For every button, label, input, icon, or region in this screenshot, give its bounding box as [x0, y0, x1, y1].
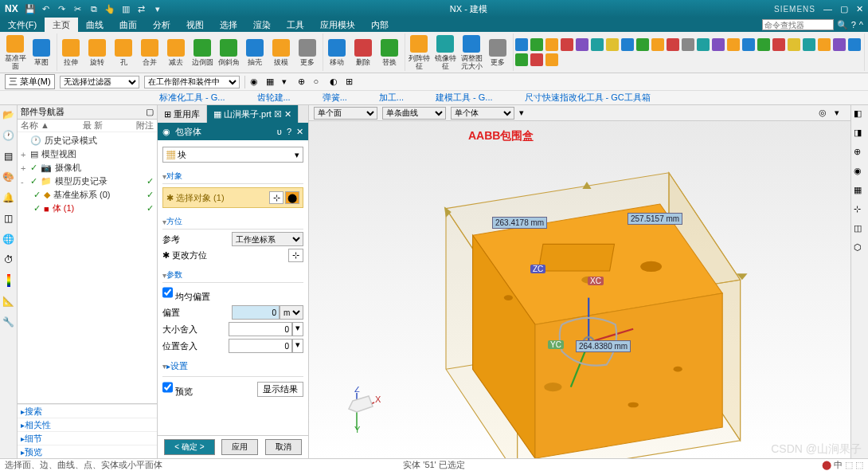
apply-button[interactable]: 应用 [221, 439, 258, 455]
tab-app[interactable]: 应用模块 [312, 18, 363, 32]
close-button[interactable]: ✕ [856, 4, 863, 14]
feat1-icon[interactable] [530, 38, 543, 51]
feat18-icon[interactable] [788, 38, 800, 51]
feat11-icon[interactable] [682, 38, 694, 51]
filter1-select[interactable]: 无选择过滤器 [60, 76, 139, 88]
window-icon[interactable]: ▥ [120, 3, 131, 14]
datum-plane-button[interactable]: 基准平面 [3, 35, 27, 70]
uniform-checkbox[interactable]: 均匀偏置 [162, 285, 210, 303]
tb-ico4[interactable]: ⊕ [298, 77, 309, 88]
feat5-icon[interactable] [591, 38, 604, 51]
vp-sel2[interactable]: 单条曲线 [382, 107, 446, 120]
feat2-icon[interactable] [545, 38, 558, 51]
maximize-button[interactable]: ▢ [840, 4, 848, 14]
offset-unit[interactable]: mm [280, 305, 303, 320]
draft-button[interactable]: 拔模 [269, 39, 293, 66]
section-object[interactable]: 对象 [162, 166, 303, 184]
feat24-icon[interactable] [530, 53, 543, 66]
r-ico5[interactable]: ▦ [854, 185, 866, 198]
sizeround-input[interactable] [229, 322, 292, 336]
measure-icon[interactable]: 📐 [2, 295, 15, 308]
touch-icon[interactable]: 👆 [104, 3, 115, 14]
tree-cameras[interactable]: 摄像机 [55, 162, 81, 174]
tab-home[interactable]: 主页 [45, 18, 78, 32]
ref-select[interactable]: 工作坐标系 [232, 232, 303, 246]
dialog-help-icon[interactable]: υ [277, 127, 282, 137]
r-ico7[interactable]: ◫ [854, 223, 866, 236]
section-settings[interactable]: ▸ 设置 [162, 355, 303, 374]
col-new[interactable]: 最 新 [83, 120, 103, 131]
select-highlight-icon[interactable]: ⬤ [285, 191, 299, 204]
feat8-icon[interactable] [636, 38, 649, 51]
delete-button[interactable]: 删除 [351, 39, 375, 66]
extrude-button[interactable]: 拉伸 [59, 39, 83, 66]
tb-ico1[interactable]: ◉ [250, 77, 261, 88]
feat7-icon[interactable] [621, 38, 634, 51]
select-object-row[interactable]: ✱ 选择对象 (1) ⊹⬤ [162, 187, 303, 208]
feat17-icon[interactable] [772, 38, 785, 51]
help-icon[interactable]: ? [851, 20, 856, 29]
feat12-icon[interactable] [697, 38, 710, 51]
redo-icon[interactable]: ↷ [57, 3, 68, 14]
mirror-button[interactable]: 镜像特征 [433, 35, 457, 70]
tree-model-views[interactable]: 模型视图 [41, 148, 76, 160]
r-ico6[interactable]: ⊹ [854, 204, 866, 217]
vp-more-icon[interactable]: ▾ [835, 108, 846, 119]
vp-dropdown-icon[interactable]: ▾ [519, 108, 524, 118]
replace-button[interactable]: 替换 [377, 39, 401, 66]
dim-2[interactable]: 257.5157 mm [628, 213, 682, 225]
chamfer-button[interactable]: 倒斜角 [217, 39, 240, 66]
showresult-button[interactable]: 显示结果 [257, 382, 303, 397]
history-icon[interactable]: 🕐 [2, 129, 15, 142]
tab-analyze[interactable]: 分析 [145, 18, 178, 32]
subtract-button[interactable]: 减去 [164, 39, 188, 66]
tb-ico5[interactable]: ○ [314, 77, 325, 88]
switch-icon[interactable]: ⇄ [136, 3, 147, 14]
tree-csys[interactable]: 基准坐标系 (0) [53, 189, 111, 201]
feat22-icon[interactable] [848, 38, 861, 51]
feat16-icon[interactable] [757, 38, 770, 51]
shell-button[interactable]: 抽壳 [243, 39, 267, 66]
web-icon[interactable]: 🌐 [2, 233, 15, 245]
hole-button[interactable]: 孔 [111, 39, 135, 66]
vp-target-icon[interactable]: ◎ [819, 108, 830, 119]
dialog-min-icon[interactable]: ? [287, 127, 291, 137]
orient-button[interactable]: ⊹ [288, 249, 303, 262]
tab-view[interactable]: 视图 [178, 18, 212, 32]
nav-section-details[interactable]: ▸ 细节 [18, 431, 157, 445]
section-params[interactable]: 参数 [162, 265, 303, 283]
revolve-button[interactable]: 旋转 [85, 39, 109, 66]
tb-ico7[interactable]: ⊞ [346, 77, 357, 88]
save-icon[interactable]: 💾 [25, 3, 36, 14]
type-dropdown[interactable]: ▦ 块▾ [162, 147, 303, 163]
feat15-icon[interactable] [742, 38, 755, 51]
feat21-icon[interactable] [833, 38, 846, 51]
undo-icon[interactable]: ↶ [41, 3, 52, 14]
ok-button[interactable]: < 确定 > [164, 439, 214, 455]
dropdown-icon[interactable]: ▾ [152, 3, 163, 14]
resize-button[interactable]: 调整图元大小 [459, 35, 483, 70]
more1-button[interactable]: 更多 [295, 39, 319, 66]
ribbon-min-icon[interactable]: ^ [859, 20, 863, 29]
tree-body[interactable]: 体 (1) [53, 202, 75, 214]
tb-ico3[interactable]: ▾ [282, 77, 293, 88]
unite-button[interactable]: 合并 [138, 39, 162, 66]
cancel-button[interactable]: 取消 [265, 439, 302, 455]
cube-icon[interactable]: ◫ [2, 212, 15, 225]
tree-history-mode[interactable]: 历史记录模式 [45, 135, 97, 147]
tab-curve[interactable]: 曲线 [78, 18, 111, 32]
feat9-icon[interactable] [651, 38, 664, 51]
r-ico8[interactable]: ⬡ [854, 242, 866, 255]
tab-internal[interactable]: 内部 [363, 18, 397, 32]
feat25-icon[interactable] [545, 53, 558, 66]
col-name[interactable]: 名称 ▲ [21, 120, 49, 131]
nav-icon[interactable]: 📂 [2, 108, 15, 121]
search-icon[interactable]: 🔍 [837, 20, 848, 30]
sketch-button[interactable]: 草图 [29, 39, 53, 66]
layers-icon[interactable]: ▤ [2, 150, 15, 163]
tree-model-history[interactable]: 模型历史记录 [55, 175, 108, 187]
vp-sel1[interactable]: 单个面 [314, 107, 377, 120]
posround-input[interactable] [229, 339, 292, 353]
r-ico2[interactable]: ◨ [854, 128, 866, 140]
dialog-tab-reuse[interactable]: ⊞重用库 [158, 105, 207, 123]
